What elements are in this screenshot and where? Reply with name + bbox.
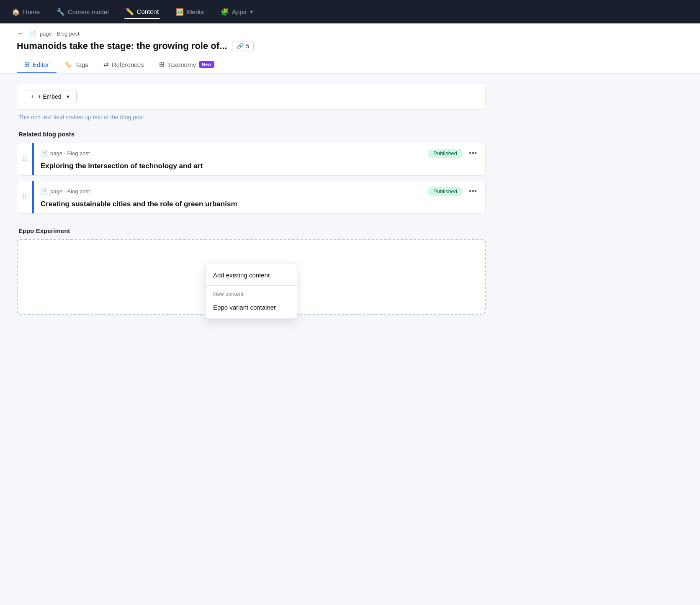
eppo-section-label: Eppo Experiment [18, 227, 486, 234]
main-content: + + Embed ▼ This rich text field makes u… [0, 84, 502, 340]
topnav: 🏠 Home 🔧 Content model ✏️ Content 🖼️ Med… [0, 0, 700, 23]
blog-card-2: ⠿ 📄 page - Blog post Published ••• Creat… [17, 181, 486, 214]
nav-home-label: Home [23, 8, 40, 15]
header-area: ← 📄 page - Blog post Humanoids take the … [0, 23, 700, 74]
wrench-icon: 🔧 [57, 8, 65, 16]
embed-chevron-icon: ▼ [66, 94, 70, 99]
eppo-dashed-box: + Add content ▼ Add existing content New… [17, 239, 486, 315]
tab-references-label: References [112, 61, 144, 68]
published-badge-2: Published [428, 187, 462, 196]
nav-home[interactable]: 🏠 Home [10, 5, 41, 18]
embed-button[interactable]: + + Embed ▼ [25, 90, 77, 103]
card-type-2: 📄 page - Blog post [41, 188, 90, 195]
title-row: Humanoids take the stage: the growing ro… [17, 41, 683, 51]
taxonomy-new-badge: New [199, 61, 214, 68]
dropdown-divider [206, 285, 297, 286]
more-options-button-1[interactable]: ••• [467, 148, 479, 159]
puzzle-icon: 🧩 [221, 8, 229, 16]
nav-content[interactable]: ✏️ Content [124, 5, 161, 19]
card-type-label-2: page - Blog post [50, 188, 90, 195]
related-blog-posts-section: Related blog posts ⠿ 📄 page - Blog post … [17, 131, 486, 214]
taxonomy-icon: ⊞ [159, 61, 165, 68]
image-icon: 🖼️ [175, 8, 184, 16]
eppo-experiment-section: Eppo Experiment + Add content ▼ Add exis… [17, 227, 486, 315]
tab-taxonomy-label: Taxonomy [167, 61, 196, 68]
nav-apps[interactable]: 🧩 Apps ▼ [219, 5, 255, 18]
home-icon: 🏠 [12, 8, 20, 16]
nav-apps-label: Apps [232, 8, 246, 15]
drag-handle-1[interactable]: ⠿ [17, 143, 32, 175]
pencil-icon: ✏️ [126, 8, 134, 15]
blog-card-1: ⠿ 📄 page - Blog post Published ••• Explo… [17, 143, 486, 176]
card-content-1: 📄 page - Blog post Published ••• Explori… [32, 143, 485, 175]
links-badge[interactable]: 🔗 5 [232, 41, 254, 51]
breadcrumb-row: ← 📄 page - Blog post [17, 29, 683, 38]
field-hint: This rich text field makes up text of th… [18, 114, 486, 120]
card-type-1: 📄 page - Blog post [41, 150, 90, 157]
card-meta-right-1: Published ••• [428, 148, 479, 159]
tab-tags[interactable]: 🏷️ Tags [57, 56, 96, 73]
embed-label: + Embed [38, 93, 61, 100]
chevron-down-icon: ▼ [249, 9, 254, 14]
tab-editor-label: Editor [33, 61, 49, 68]
card-type-label-1: page - Blog post [50, 150, 90, 156]
card-content-2: 📄 page - Blog post Published ••• Creatin… [32, 181, 485, 213]
published-badge-1: Published [428, 149, 462, 158]
nav-media[interactable]: 🖼️ Media [174, 5, 206, 18]
references-icon: ⇄ [103, 61, 109, 68]
nav-content-label: Content [137, 8, 159, 15]
tab-taxonomy[interactable]: ⊞ Taxonomy New [152, 56, 222, 73]
back-button[interactable]: ← [17, 29, 24, 38]
nav-media-label: Media [187, 8, 204, 15]
new-content-section-label: New content [206, 287, 297, 299]
links-count: 5 [246, 43, 249, 49]
plus-icon: + [31, 93, 34, 100]
add-existing-content-item[interactable]: Add existing content [206, 267, 297, 284]
more-options-button-2[interactable]: ••• [467, 186, 479, 197]
tab-references[interactable]: ⇄ References [96, 56, 152, 73]
drag-handle-2[interactable]: ⠿ [17, 181, 32, 213]
card-meta-right-2: Published ••• [428, 186, 479, 197]
editor-grid-icon: ⊞ [24, 61, 30, 68]
card-meta-row-1: 📄 page - Blog post Published ••• [41, 148, 479, 159]
page-icon: 📄 [29, 31, 36, 37]
page-title: Humanoids take the stage: the growing ro… [17, 41, 227, 51]
breadcrumb: page - Blog post [40, 31, 80, 37]
nav-content-model-label: Content model [68, 8, 109, 15]
blog-post-icon-1: 📄 [41, 150, 48, 157]
blog-post-icon-2: 📄 [41, 188, 48, 195]
card-title-2: Creating sustainable cities and the role… [41, 200, 479, 208]
related-section-label: Related blog posts [18, 131, 486, 138]
tab-editor[interactable]: ⊞ Editor [17, 56, 57, 73]
embed-toolbar: + + Embed ▼ [17, 84, 486, 110]
nav-content-model[interactable]: 🔧 Content model [55, 5, 111, 18]
add-content-dropdown: Add existing content New content Eppo va… [205, 264, 297, 319]
tag-icon: 🏷️ [64, 61, 72, 68]
card-meta-row-2: 📄 page - Blog post Published ••• [41, 186, 479, 197]
tabs-row: ⊞ Editor 🏷️ Tags ⇄ References ⊞ Taxonomy… [17, 56, 683, 73]
tab-tags-label: Tags [75, 61, 88, 68]
card-title-1: Exploring the intersection of technology… [41, 162, 479, 170]
link-icon: 🔗 [237, 43, 244, 49]
eppo-variant-container-item[interactable]: Eppo variant container [206, 299, 297, 316]
